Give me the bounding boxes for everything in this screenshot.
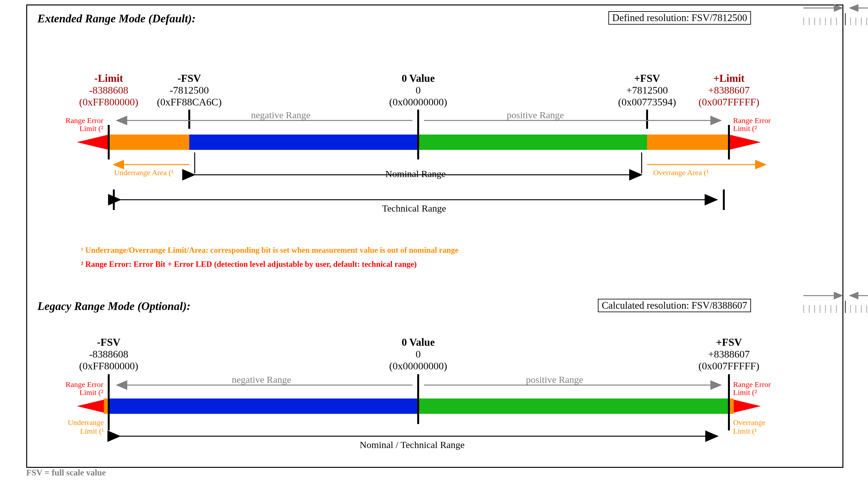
leg-neg-range-label: negative Range — [232, 374, 291, 385]
diagram-frame: Extended Range Mode (Default): Defined r… — [26, 4, 843, 468]
leg-range-err-l: Range Error Limit (² — [55, 381, 103, 396]
leg-over-label: Overrange Limit (¹ — [733, 418, 765, 435]
leg-range-err-r: Range Error Limit (² — [733, 381, 771, 396]
leg-arrows — [27, 5, 842, 465]
footer-fsv: FSV = full scale value — [26, 468, 106, 478]
leg-nominal-label: Nominal / Technical Range — [360, 440, 465, 450]
leg-pos-range-label: positive Range — [526, 374, 583, 385]
leg-under-label: Underrange Limit (¹ — [56, 418, 104, 435]
